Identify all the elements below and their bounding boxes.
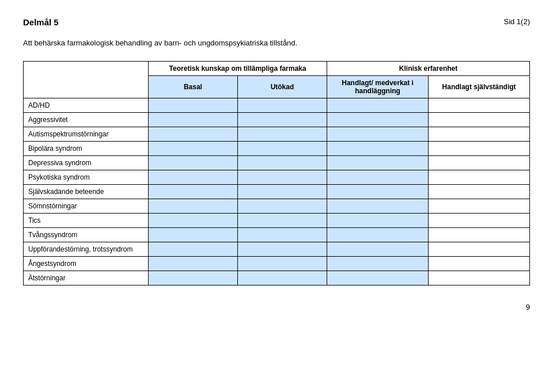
handlagt-cell — [327, 156, 429, 170]
handlagt-cell — [327, 170, 429, 185]
row-label: Ångestsyndrom — [24, 257, 149, 271]
utokad-cell — [237, 228, 327, 242]
basal-cell — [149, 127, 238, 142]
row-label: Tvångssyndrom — [24, 228, 149, 242]
handlagt-sjalv-cell — [429, 98, 530, 113]
handlagt-cell — [327, 142, 429, 156]
footer-page-number: 9 — [526, 303, 530, 311]
utokad-cell — [237, 185, 327, 199]
handlagt-cell — [327, 271, 429, 286]
basal-cell — [149, 271, 238, 286]
basal-cell — [149, 142, 238, 156]
handlagt-cell — [327, 113, 429, 127]
table-row: AD/HD — [24, 98, 530, 113]
row-label: Självskadande beteende — [24, 185, 149, 199]
handlagt-cell — [327, 214, 429, 228]
utokad-cell — [237, 113, 327, 127]
page-number: Sid 1(2) — [503, 17, 530, 26]
row-label: Aggressivitet — [24, 113, 149, 127]
row-label: Bipolära syndrom — [24, 142, 149, 156]
basal-cell — [149, 98, 238, 113]
row-label: Tics — [24, 214, 149, 228]
theoretical-header: Teoretisk kunskap om tillämpliga farmaka — [149, 62, 327, 76]
handlagt-cell — [327, 127, 429, 142]
col-header-handlagt-sjalv: Handlagt självständigt — [429, 76, 530, 98]
basal-cell — [149, 228, 238, 242]
utokad-cell — [237, 156, 327, 170]
handlagt-cell — [327, 257, 429, 271]
utokad-cell — [237, 257, 327, 271]
table-row: Psykotiska syndrom — [24, 170, 530, 185]
table-row: Sömnstörningar — [24, 199, 530, 214]
handlagt-sjalv-cell — [429, 142, 530, 156]
table-row: Självskadande beteende — [24, 185, 530, 199]
utokad-cell — [237, 271, 327, 286]
table-row: Uppförandestörning, trotssyndrom — [24, 242, 530, 257]
handlagt-cell — [327, 242, 429, 257]
row-label: Autismspektrumstörningar — [24, 127, 149, 142]
table-row: Bipolära syndrom — [24, 142, 530, 156]
handlagt-cell — [327, 185, 429, 199]
basal-cell — [149, 185, 238, 199]
basal-cell — [149, 170, 238, 185]
handlagt-sjalv-cell — [429, 214, 530, 228]
utokad-cell — [237, 214, 327, 228]
basal-cell — [149, 199, 238, 214]
basal-cell — [149, 214, 238, 228]
handlagt-sjalv-cell — [429, 170, 530, 185]
utokad-cell — [237, 142, 327, 156]
utokad-cell — [237, 98, 327, 113]
utokad-cell — [237, 127, 327, 142]
row-label: Uppförandestörning, trotssyndrom — [24, 242, 149, 257]
basal-cell — [149, 242, 238, 257]
table-row: Ätstörningar — [24, 271, 530, 286]
clinical-header: Klinisk erfarenhet — [327, 62, 530, 76]
table-row: Autismspektrumstörningar — [24, 127, 530, 142]
table-row: Depressiva syndrom — [24, 156, 530, 170]
handlagt-sjalv-cell — [429, 257, 530, 271]
handlagt-cell — [327, 98, 429, 113]
col-header-handlagt: Handlagt/ medverkat i handläggning — [327, 76, 429, 98]
utokad-cell — [237, 242, 327, 257]
col-header-utokad: Utökad — [237, 76, 327, 98]
row-label: Psykotiska syndrom — [24, 170, 149, 185]
utokad-cell — [237, 199, 327, 214]
table-row: Aggressivitet — [24, 113, 530, 127]
handlagt-sjalv-cell — [429, 156, 530, 170]
handlagt-sjalv-cell — [429, 199, 530, 214]
row-label: Sömnstörningar — [24, 199, 149, 214]
handlagt-sjalv-cell — [429, 113, 530, 127]
handlagt-sjalv-cell — [429, 127, 530, 142]
table-row: Tvångssyndrom — [24, 228, 530, 242]
page-title: Delmål 5 — [23, 17, 59, 27]
handlagt-sjalv-cell — [429, 242, 530, 257]
table-row: Tics — [24, 214, 530, 228]
empty-header — [24, 62, 149, 98]
basal-cell — [149, 113, 238, 127]
col-header-basal: Basal — [149, 76, 238, 98]
handlagt-sjalv-cell — [429, 271, 530, 286]
row-label: AD/HD — [24, 98, 149, 113]
handlagt-sjalv-cell — [429, 185, 530, 199]
competency-table: Teoretisk kunskap om tillämpliga farmaka… — [23, 61, 530, 286]
handlagt-cell — [327, 199, 429, 214]
basal-cell — [149, 257, 238, 271]
basal-cell — [149, 156, 238, 170]
utokad-cell — [237, 170, 327, 185]
row-label: Depressiva syndrom — [24, 156, 149, 170]
row-label: Ätstörningar — [24, 271, 149, 286]
table-row: Ångestsyndrom — [24, 257, 530, 271]
handlagt-sjalv-cell — [429, 228, 530, 242]
handlagt-cell — [327, 228, 429, 242]
subtitle: Att behärska farmakologisk behandling av… — [23, 39, 530, 47]
